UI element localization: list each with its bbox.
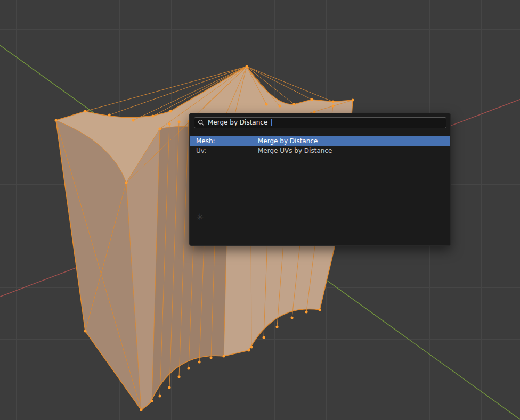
result-category: Uv:	[196, 147, 258, 154]
operator-search-popup: Merge by Distance Mesh: Merge by Distanc…	[189, 113, 451, 246]
search-result-uv-merge-uvs-by-distance[interactable]: Uv: Merge UVs by Distance	[190, 146, 450, 155]
text-caret	[271, 119, 272, 126]
search-icon	[198, 119, 205, 126]
search-input[interactable]: Merge by Distance	[194, 117, 446, 128]
3d-viewport[interactable]: Merge by Distance Mesh: Merge by Distanc…	[0, 0, 520, 420]
search-result-mesh-merge-by-distance[interactable]: Mesh: Merge by Distance	[190, 136, 450, 146]
result-category: Mesh:	[196, 137, 258, 145]
search-query-text: Merge by Distance	[208, 118, 267, 128]
search-results-list: Mesh: Merge by Distance Uv: Merge UVs by…	[190, 136, 450, 155]
result-label: Merge UVs by Distance	[258, 147, 332, 154]
result-label: Merge by Distance	[258, 137, 318, 145]
